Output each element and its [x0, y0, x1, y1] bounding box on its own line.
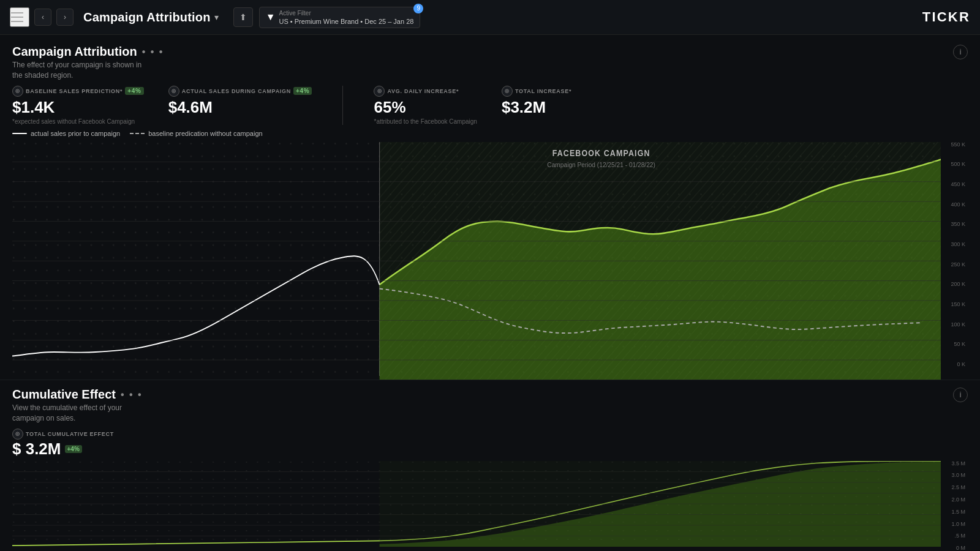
top-section-subtitle: The effect of your campaign is shown in …: [12, 60, 147, 81]
chevron-down-icon[interactable]: ▾: [214, 12, 219, 22]
y-label: 400 K: [941, 202, 965, 208]
bottom-y-axis: 3.5 M 3.0 M 2.5 M 2.0 M 1.5 M 1.0 M .5 M…: [941, 461, 968, 551]
top-title-block: Campaign Attribution • • • The effect of…: [12, 45, 164, 81]
avg-daily-note: *attributed to the Facebook Campaign: [374, 118, 477, 125]
y-label: .5 M: [941, 533, 965, 539]
menu-button[interactable]: [10, 7, 29, 27]
bottom-chart-area: 01Mon 04Mon 07Mon 10Mon 13Mon 16Mon 19Mo…: [12, 461, 968, 551]
actual-label: ◎ ACTUAL SALES DURING CAMPAIGN +4%: [168, 86, 312, 97]
avg-daily-metric: ◎ AVG. DAILY INCREASE* 65% *attributed t…: [374, 86, 477, 125]
active-filter-values: US • Premium Wine Brand • Dec 25 – Jan 2…: [279, 18, 414, 25]
actual-metric: ◎ ACTUAL SALES DURING CAMPAIGN +4% $4.6M: [168, 86, 312, 117]
top-more-button[interactable]: • • •: [142, 47, 164, 58]
baseline-metric: ◎ BASELINE SALES PREDICTION* +4% $1.4K *…: [12, 86, 144, 125]
legend-solid: actual sales prior to campaign: [12, 130, 120, 137]
legend-row: actual sales prior to campaign baseline …: [12, 130, 968, 137]
baseline-note: *expected sales without Facebook Campaig…: [12, 118, 144, 125]
nav-next-button[interactable]: ›: [56, 9, 74, 26]
bottom-title-block: Cumulative Effect • • • View the cumulat…: [12, 388, 147, 424]
active-filter-area: Active Filter US • Premium Wine Brand • …: [279, 10, 414, 25]
legend-solid-line: [12, 133, 27, 134]
total-increase-value: $3.2M: [502, 98, 571, 117]
page-title-area: Campaign Attribution ▾: [83, 10, 219, 24]
y-label: 450 K: [941, 182, 965, 187]
svg-rect-28: [380, 461, 941, 547]
baseline-badge: +4%: [125, 87, 143, 95]
total-increase-metric: ◎ TOTAL INCREASE* $3.2M: [502, 86, 571, 117]
baseline-label: ◎ BASELINE SALES PREDICTION* +4%: [12, 86, 144, 97]
y-label: 500 K: [941, 162, 965, 167]
avg-daily-label: ◎ AVG. DAILY INCREASE*: [374, 86, 477, 97]
actual-icon: ◎: [168, 86, 179, 97]
y-label: 3.0 M: [941, 473, 965, 478]
cumulative-value: $ 3.2M +4%: [12, 440, 968, 459]
bottom-chart-section: Cumulative Effect • • • View the cumulat…: [0, 380, 980, 551]
svg-text:FACEBOOK CAMPAIGN: FACEBOOK CAMPAIGN: [552, 148, 650, 158]
y-label: 50 K: [941, 342, 965, 347]
bottom-info-button[interactable]: i: [953, 388, 968, 402]
actual-badge: +4%: [293, 87, 312, 95]
y-label: 250 K: [941, 262, 965, 268]
baseline-value: $1.4K: [12, 98, 144, 117]
filter-icon: ▼: [266, 12, 276, 23]
y-label: 0 M: [941, 545, 965, 551]
baseline-icon: ◎: [12, 86, 23, 97]
bottom-more-button[interactable]: • • •: [121, 389, 143, 400]
top-chart-area: FACEBOOK CAMPAIGN Campaign Period (12/25…: [12, 142, 968, 380]
total-increase-label: ◎ TOTAL INCREASE*: [502, 86, 571, 97]
y-label: 2.5 M: [941, 485, 965, 490]
filter-badge: 9: [413, 4, 423, 13]
bottom-section-title: Cumulative Effect • • •: [12, 388, 147, 402]
top-chart-svg: FACEBOOK CAMPAIGN Campaign Period (12/25…: [12, 142, 941, 380]
share-button[interactable]: ⬆: [233, 7, 253, 27]
header: ‹ › Campaign Attribution ▾ ⬆ ▼ 9 Active …: [0, 0, 980, 35]
header-actions: ⬆ ▼ 9 Active Filter US • Premium Wine Br…: [233, 7, 421, 28]
avg-daily-icon: ◎: [374, 86, 385, 97]
y-label: 350 K: [941, 222, 965, 227]
y-label: 100 K: [941, 322, 965, 328]
top-y-axis: 550 K 500 K 450 K 400 K 350 K 300 K 250 …: [941, 142, 968, 380]
y-label: 150 K: [941, 302, 965, 307]
top-chart-section: Campaign Attribution • • • The effect of…: [0, 35, 980, 380]
legend-dashed: baseline predication without campaign: [130, 130, 263, 137]
cumulative-badge: +4%: [65, 445, 82, 453]
bottom-chart-svg-wrapper: 01Mon 04Mon 07Mon 10Mon 13Mon 16Mon 19Mo…: [12, 461, 941, 551]
top-section-title: Campaign Attribution • • •: [12, 45, 164, 59]
y-label: 3.5 M: [941, 461, 965, 467]
cumulative-metrics: ◎ TOTAL CUMULATIVE EFFECT $ 3.2M +4%: [12, 429, 968, 459]
nav-prev-button[interactable]: ‹: [34, 9, 51, 26]
filter-button[interactable]: ▼ 9 Active Filter US • Premium Wine Bran…: [259, 7, 421, 28]
top-info-button[interactable]: i: [953, 45, 968, 59]
total-increase-icon: ◎: [502, 86, 513, 97]
bottom-chart-svg: [12, 461, 941, 547]
cumulative-label: ◎ TOTAL CUMULATIVE EFFECT: [12, 429, 968, 440]
y-label: 200 K: [941, 282, 965, 287]
legend-dashed-line: [130, 133, 145, 134]
svg-text:Campaign Period (12/25/21 - 01: Campaign Period (12/25/21 - 01/28/22): [547, 160, 655, 168]
tickr-logo: TICKR: [922, 9, 970, 25]
top-chart-svg-wrapper: FACEBOOK CAMPAIGN Campaign Period (12/25…: [12, 142, 941, 380]
bottom-section-header: Cumulative Effect • • • View the cumulat…: [12, 388, 968, 424]
metrics-divider: [342, 86, 343, 125]
cumulative-icon: ◎: [12, 429, 23, 440]
top-metrics-row: ◎ BASELINE SALES PREDICTION* +4% $1.4K *…: [12, 86, 968, 125]
y-label: 2.0 M: [941, 497, 965, 503]
page-title: Campaign Attribution: [83, 10, 211, 24]
main-content: Campaign Attribution • • • The effect of…: [0, 35, 980, 551]
y-label: 0 K: [941, 362, 965, 367]
avg-daily-value: 65%: [374, 98, 477, 117]
bottom-section-subtitle: View the cumulative effect of your campa…: [12, 403, 147, 424]
y-label: 1.0 M: [941, 522, 965, 527]
bottom-x-axis: 01Mon 04Mon 07Mon 10Mon 13Mon 16Mon 19Mo…: [12, 549, 941, 551]
actual-value: $4.6M: [168, 98, 312, 117]
top-section-header: Campaign Attribution • • • The effect of…: [12, 45, 968, 81]
active-filter-label: Active Filter: [279, 10, 414, 17]
y-label: 300 K: [941, 242, 965, 247]
y-label: 550 K: [941, 142, 965, 148]
y-label: 1.5 M: [941, 509, 965, 515]
